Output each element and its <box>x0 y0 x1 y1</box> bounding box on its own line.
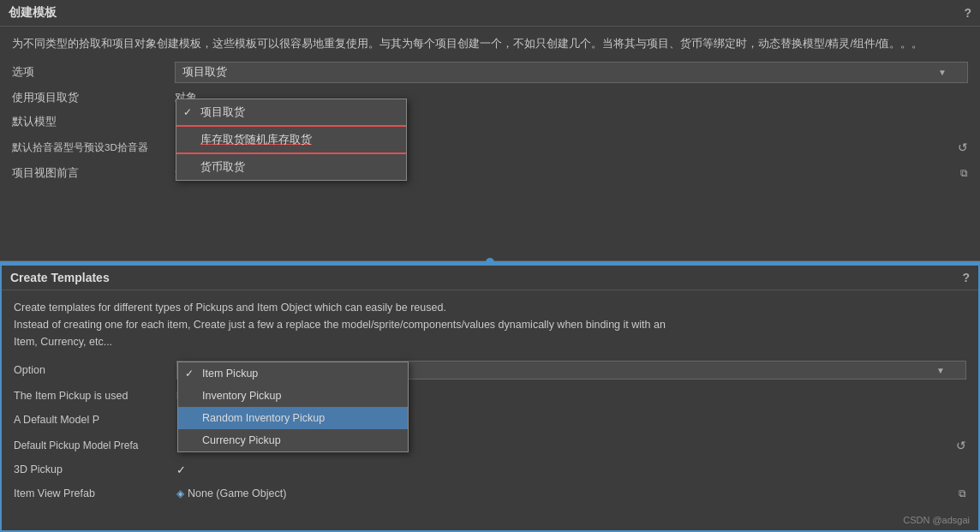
en-default-model-row: A Default Model P <box>14 409 966 431</box>
en-3d-pickup-row: 3D Pickup ✓ <box>14 458 966 481</box>
option-label: 选项 <box>12 65 175 80</box>
top-panel-header: 创建模板 ? <box>0 0 980 27</box>
bottom-panel: Create Templates ? Create templates for … <box>0 264 980 532</box>
en-default-model-label: A Default Model P <box>14 414 176 426</box>
item-view-row: 项目视图前言 无（游戏对象） ⧉ <box>12 162 968 184</box>
top-panel-title: 创建模板 <box>9 5 57 21</box>
audio-label: 默认拾音器型号预设3D拾音器 <box>12 141 175 154</box>
top-description: 为不同类型的拾取和项目对象创建模板，这些模板可以很容易地重复使用。与其为每个项目… <box>12 35 968 52</box>
bottom-desc-line1: Create templates for different types of … <box>14 302 446 314</box>
bottom-desc-line2: Instead of creating one for each item, C… <box>14 319 666 331</box>
option-value-container: 项目取货 ▼ <box>175 62 968 83</box>
en-item-view-text-label: None (Game Object) <box>188 487 286 499</box>
prefab-icon: ◈ <box>176 487 184 499</box>
en-dropdown-item-3[interactable]: Currency Pickup <box>178 429 408 451</box>
item-view-label: 项目视图前言 <box>12 166 175 181</box>
item-view-copy-icon[interactable]: ⧉ <box>960 167 968 179</box>
cn-dropdown-item-2[interactable]: 货币取货 <box>176 154 406 180</box>
cn-dropdown-item-1[interactable]: 库存取货随机库存取货 <box>176 125 406 154</box>
cn-dropdown-menu: 项目取货 库存取货随机库存取货 货币取货 <box>176 99 407 181</box>
cn-dropdown-item-0[interactable]: 项目取货 <box>176 99 406 125</box>
en-dropdown-arrow: ▼ <box>936 366 945 375</box>
en-item-pickup-row: The Item Pickup is used bject. <box>14 385 966 407</box>
watermark: CSDN @adsgai <box>903 515 970 525</box>
bottom-desc-line3: Item, Currency, etc... <box>14 336 112 348</box>
en-3d-pickup-value: ✓ <box>176 463 966 476</box>
bottom-panel-title: Create Templates <box>10 271 110 284</box>
en-dropdown-item-0[interactable]: Item Pickup <box>178 362 408 385</box>
en-default-pickup-label: Default Pickup Model Prefa <box>14 439 176 451</box>
top-panel: 创建模板 ? 为不同类型的拾取和项目对象创建模板，这些模板可以很容易地重复使用。… <box>0 0 980 261</box>
audio-row: 默认拾音器型号预设3D拾音器 ✓ ↺ <box>12 136 968 158</box>
bottom-help-icon[interactable]: ? <box>962 271 970 284</box>
default-model-label: 默认模型 <box>12 115 175 129</box>
en-dropdown-menu: Item Pickup Inventory Pickup Random Inve… <box>177 362 409 452</box>
top-panel-body: 为不同类型的拾取和项目对象创建模板，这些模板可以很容易地重复使用。与其为每个项目… <box>0 27 980 194</box>
en-dropdown-item-1[interactable]: Inventory Pickup <box>178 385 408 407</box>
en-default-pickup-row: Default Pickup Model Prefa ↺ <box>14 434 966 457</box>
en-item-view-copy[interactable]: ⧉ <box>959 487 966 499</box>
en-dropdown-item-2[interactable]: Random Inventory Pickup <box>178 407 408 429</box>
use-item-pickup-row: 使用项目取货 对象。 <box>12 87 968 109</box>
en-item-view-label: Item View Prefab <box>14 487 176 499</box>
use-item-pickup-label: 使用项目取货 <box>12 91 175 105</box>
en-default-pickup-refresh[interactable]: ↺ <box>956 439 966 452</box>
bottom-panel-header: Create Templates ? <box>2 266 978 290</box>
en-item-view-text: ◈ None (Game Object) <box>176 487 286 499</box>
en-option-label: Option <box>14 364 176 376</box>
en-3d-pickup-label: 3D Pickup <box>14 463 176 475</box>
option-row: 选项 项目取货 ▼ <box>12 61 968 83</box>
en-item-view-value: ◈ None (Game Object) ⧉ <box>176 487 966 499</box>
option-selected-value: 项目取货 <box>182 65 227 80</box>
option-dropdown[interactable]: 项目取货 ▼ <box>175 62 968 83</box>
audio-refresh-icon[interactable]: ↺ <box>958 140 968 154</box>
bottom-description: Create templates for different types of … <box>14 299 966 350</box>
en-item-view-row: Item View Prefab ◈ None (Game Object) ⧉ <box>14 482 966 505</box>
en-item-pickup-label: The Item Pickup is used <box>14 390 176 402</box>
default-model-row: 默认模型 <box>12 111 968 133</box>
top-help-icon[interactable]: ? <box>964 6 971 20</box>
option-dropdown-arrow: ▼ <box>938 68 947 77</box>
en-3d-pickup-check: ✓ <box>176 463 186 476</box>
bottom-panel-body: Create templates for different types of … <box>2 290 978 515</box>
en-option-row: Option Item Pickup ▼ <box>14 359 966 381</box>
